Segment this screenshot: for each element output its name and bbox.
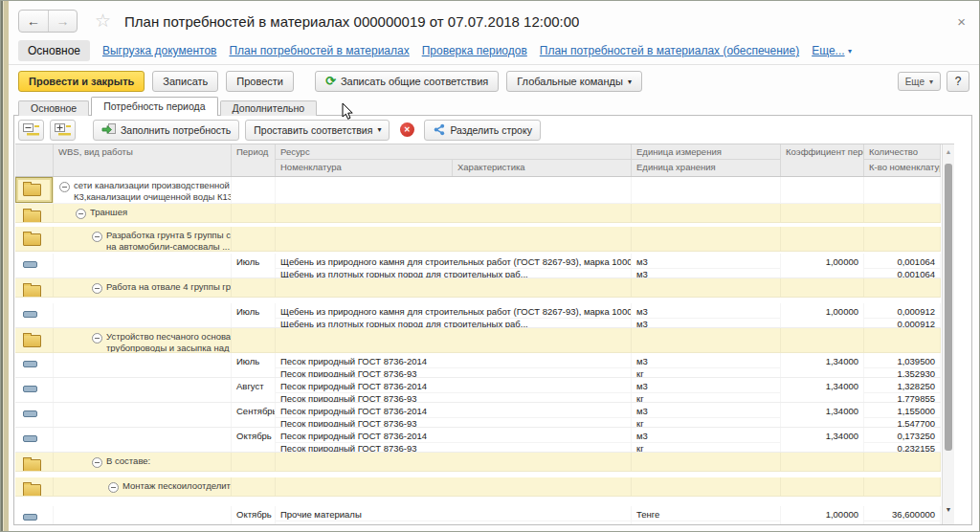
unit-cell[interactable] [632, 278, 781, 297]
wbs-cell[interactable] [54, 506, 232, 524]
coef-cell[interactable]: 1,00000 [781, 303, 864, 327]
collapse-toggle-icon[interactable] [92, 283, 102, 294]
back-icon[interactable]: ← [19, 11, 48, 32]
unit-cell[interactable] [632, 477, 781, 496]
table-row-group[interactable]: Работа на отвале 4 группы грунтов [15, 278, 941, 298]
coef-cell[interactable] [781, 477, 864, 496]
unit-cell[interactable]: м3кг [632, 428, 781, 452]
unit-cell[interactable]: м3кг [632, 403, 781, 427]
period-cell[interactable] [232, 177, 276, 203]
qty-cell[interactable]: 0,0009120,000912 [864, 303, 941, 327]
wbs-cell[interactable] [54, 254, 232, 277]
write-common-matches-button[interactable]: ⟳Записать общие соответствия [315, 71, 499, 92]
nav-link-period-check[interactable]: Проверка периодов [422, 44, 527, 57]
nomenclature-cell[interactable] [276, 328, 632, 352]
collapse-toggle-icon[interactable] [108, 482, 119, 493]
set-matches-button[interactable]: Проставить соответствия▾ [245, 120, 390, 141]
global-commands-button[interactable]: Глобальные команды▾ [506, 71, 642, 92]
coef-cell[interactable]: 1,34000 [781, 378, 864, 402]
wbs-cell[interactable]: Устройство песчаного основания подтрубоп… [54, 328, 232, 352]
tab-main[interactable]: Основное [18, 100, 89, 116]
coef-cell[interactable] [781, 453, 864, 471]
header-coef[interactable]: Коэффициент пересчета [781, 144, 864, 176]
nomenclature-cell[interactable]: Щебень из природного камня для строитель… [276, 303, 632, 327]
post-and-close-button[interactable]: Провести и закрыть [18, 71, 145, 92]
table-row-group[interactable]: сети канализации производственнойК3,кана… [15, 177, 941, 204]
header-resource[interactable]: Ресурс [276, 144, 632, 160]
favorite-star-icon[interactable]: ☆ [95, 11, 111, 31]
coef-cell[interactable]: 1,34000 [781, 428, 864, 452]
coef-cell[interactable]: 1,00000 [781, 254, 864, 277]
qty-cell[interactable]: 1,3282501,779855 [864, 378, 941, 402]
row-icon-cell[interactable] [15, 328, 54, 352]
header-qty-nomenclature[interactable]: К-во номенклатуры [864, 160, 941, 176]
wbs-cell[interactable]: В составе: [54, 453, 232, 471]
split-row-button[interactable]: Разделить строку [424, 120, 540, 141]
nav-link-export-documents[interactable]: Выгрузка документов [102, 44, 216, 57]
unit-cell[interactable]: м3м3 [632, 254, 781, 277]
nav-item-main[interactable]: Основное [18, 40, 90, 61]
collapse-toggle-icon[interactable] [76, 209, 86, 219]
row-icon-cell[interactable] [15, 227, 54, 251]
qty-cell[interactable]: 1,1550001,547700 [864, 403, 941, 427]
table-row-data[interactable]: ИюльЩебень из природного камня для строи… [15, 254, 941, 278]
wbs-cell[interactable]: Работа на отвале 4 группы грунтов [54, 278, 232, 297]
qty-cell[interactable] [864, 328, 941, 352]
table-row-data[interactable]: ОктябрьПрочие материалыПрочие материалыТ… [15, 506, 941, 524]
collapse-toggle-icon[interactable] [92, 457, 102, 468]
coef-cell[interactable]: 1,34000 [781, 353, 864, 377]
table-row-data[interactable]: ИюльЩебень из природного камня для строи… [15, 303, 941, 328]
nomenclature-cell[interactable]: Песок природный ГОСТ 8736-2014Песок прир… [276, 403, 632, 427]
nomenclature-cell[interactable] [276, 227, 632, 251]
row-icon-cell[interactable] [15, 303, 54, 327]
post-button[interactable]: Провести [226, 71, 294, 92]
qty-cell[interactable] [864, 278, 941, 297]
unit-cell[interactable] [632, 453, 781, 471]
scrollbar-thumb[interactable] [945, 164, 952, 451]
period-cell[interactable] [232, 453, 276, 471]
qty-cell[interactable]: 36,60000036,600000 [864, 506, 941, 524]
row-icon-cell[interactable] [15, 254, 54, 277]
expand-all-button[interactable] [50, 120, 76, 141]
qty-cell[interactable]: 0,0010640,001064 [864, 254, 941, 277]
qty-cell[interactable] [864, 453, 941, 471]
save-button[interactable]: Записать [152, 71, 218, 92]
unit-cell[interactable] [632, 227, 781, 251]
coef-cell[interactable] [781, 204, 864, 222]
wbs-cell[interactable] [54, 353, 232, 377]
table-row-group[interactable]: В составе: [15, 453, 941, 472]
wbs-cell[interactable] [54, 428, 232, 452]
close-icon[interactable]: × [953, 13, 969, 30]
qty-cell[interactable] [864, 177, 941, 203]
period-cell[interactable] [232, 278, 276, 297]
cancel-matches-button[interactable]: ✕ [395, 120, 418, 141]
period-cell[interactable] [232, 227, 276, 251]
qty-cell[interactable]: 1,0395001,352930 [864, 353, 941, 377]
header-characteristic[interactable]: Характеристика [453, 160, 632, 176]
unit-cell[interactable]: м3кг [632, 353, 781, 377]
unit-cell[interactable]: м3кг [632, 378, 781, 402]
row-icon-cell[interactable] [15, 428, 54, 452]
nomenclature-cell[interactable] [276, 177, 632, 203]
nomenclature-cell[interactable] [276, 477, 632, 496]
collapse-toggle-icon[interactable] [92, 232, 102, 242]
table-row-data[interactable]: ОктябрьПесок природный ГОСТ 8736-2014Пес… [15, 428, 941, 453]
period-cell[interactable] [232, 477, 276, 496]
nav-more-menu[interactable]: Еще... ▾ [812, 44, 852, 57]
coef-cell[interactable]: 1,00000 [781, 506, 864, 524]
more-button[interactable]: Еще▾ [898, 72, 941, 91]
row-icon-cell[interactable] [15, 403, 54, 427]
table-row-group[interactable]: Устройство песчаного основания подтрубоп… [15, 328, 941, 353]
qty-cell[interactable] [864, 204, 941, 222]
table-row-group[interactable]: Траншея [15, 204, 941, 223]
vertical-scrollbar[interactable]: ▲ ▼ [942, 144, 954, 524]
tab-additional[interactable]: Дополнительно [220, 100, 318, 116]
period-cell[interactable]: Сентябрь [232, 403, 276, 427]
collapse-all-button[interactable] [18, 120, 44, 141]
table-row-group[interactable]: Разработка грунта 5 группы с погрузкойна… [15, 227, 941, 252]
nomenclature-cell[interactable]: Песок природный ГОСТ 8736-2014Песок прир… [276, 378, 632, 402]
row-icon-cell[interactable] [15, 204, 54, 222]
fill-need-button[interactable]: Заполнить потребность [93, 120, 239, 141]
header-unit[interactable]: Единица измерения [632, 144, 781, 160]
wbs-cell[interactable]: Разработка грунта 5 группы с погрузкойна… [54, 227, 232, 251]
